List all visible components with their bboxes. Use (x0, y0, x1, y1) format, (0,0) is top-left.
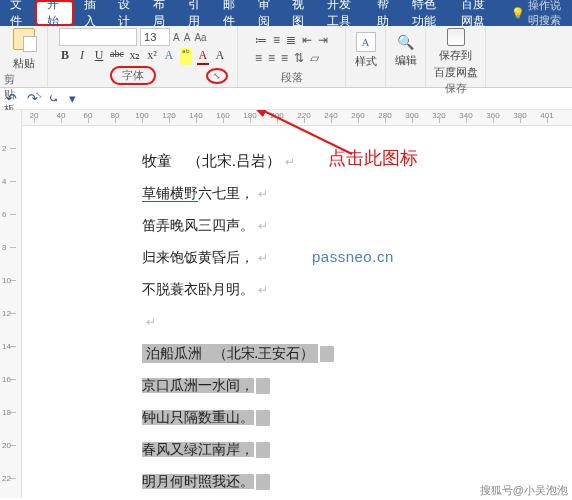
line-spacing-icon[interactable]: ⇅ (294, 51, 304, 65)
tab-mailings[interactable]: 邮件 (213, 0, 248, 26)
qat-more-icon[interactable]: ▾ (69, 91, 76, 106)
document-page[interactable]: 牧童 （北宋.吕岩）↵ 草铺横野六七里，↵ 笛弄晚风三四声。↵ 归来饱饭黄昏后，… (22, 126, 572, 496)
poem2-line1: 京口瓜洲一水间， (142, 372, 572, 400)
group-paragraph: ≔ ≡ ≣ ⇤ ⇥ ≡ ≡ ≡ ⇅ ▱ 段落 (238, 26, 346, 87)
grow-font-icon[interactable]: A (173, 32, 180, 43)
watermark-text: passneo.cn (312, 248, 394, 265)
poem1-line1: 草铺横野六七里，↵ (142, 180, 572, 208)
annotation-callout: 点击此图标 (328, 146, 418, 170)
tab-file[interactable]: 文件 (0, 0, 35, 26)
blank-para: ↵ (142, 308, 572, 336)
paragraph-group-label: 段落 (244, 69, 339, 87)
clear-format-icon[interactable]: Aa (194, 32, 206, 43)
disk-icon (447, 28, 465, 46)
tell-me[interactable]: 💡操作说明搜索 (501, 0, 572, 26)
quick-access-toolbar: ↶ ↷ ⤿ ▾ (0, 88, 572, 110)
char-shading-button[interactable]: A (214, 48, 226, 65)
group-clipboard: 粘贴 剪贴板⤡ (0, 26, 48, 87)
tab-view[interactable]: 视图 (282, 0, 317, 26)
save-group-label: 保存 (432, 80, 479, 98)
subscript-button[interactable]: x₂ (129, 48, 141, 65)
superscript-button[interactable]: x² (146, 48, 158, 65)
highlight-button[interactable]: ᵃᵇ (180, 48, 192, 65)
menubar: 文件 开始 插入 设计 布局 引用 邮件 审阅 视图 开发工具 帮助 特色功能 … (0, 0, 572, 26)
poem2-line2: 钟山只隔数重山。 (142, 404, 572, 432)
italic-button[interactable]: I (76, 48, 88, 65)
font-color-button[interactable]: A (197, 48, 209, 65)
bold-button[interactable]: B (59, 48, 71, 65)
font-launcher-icon[interactable]: ⤡ (206, 68, 228, 84)
text-effects-button[interactable]: A (163, 48, 175, 65)
underline-button[interactable]: U (93, 48, 105, 65)
ribbon: 粘贴 剪贴板⤡ 13 AAAa B I U abc x₂ x² A (0, 26, 572, 88)
indent-dec-icon[interactable]: ⇤ (302, 33, 312, 47)
tab-features[interactable]: 特色功能 (402, 0, 452, 26)
tab-layout[interactable]: 布局 (143, 0, 178, 26)
find-icon[interactable]: 🔍 (397, 33, 415, 51)
paste-label: 粘贴 (13, 56, 35, 71)
tab-help[interactable]: 帮助 (367, 0, 402, 26)
editing-label: 编辑 (395, 53, 417, 68)
align-center-icon[interactable]: ≡ (268, 51, 275, 65)
group-styles: A样式 (346, 26, 386, 87)
numbering-icon[interactable]: ≡ (273, 33, 280, 47)
poem1-line4: 不脱蓑衣卧月明。↵ (142, 276, 572, 304)
tab-home[interactable]: 开始 (35, 0, 74, 26)
font-group-label: 字体 (110, 66, 156, 85)
group-font: 13 AAAa B I U abc x₂ x² A ᵃᵇ A A 字体 (48, 26, 238, 87)
bullets-icon[interactable]: ≔ (255, 33, 267, 47)
tell-me-label: 操作说明搜索 (528, 0, 562, 28)
redo-button[interactable]: ↷ (27, 91, 38, 106)
shading-icon[interactable]: ▱ (310, 51, 319, 65)
tab-references[interactable]: 引用 (178, 0, 213, 26)
align-left-icon[interactable]: ≡ (255, 51, 262, 65)
editor-area: 246810121416182022 204060801001201401601… (0, 110, 572, 498)
font-size-select[interactable]: 13 (140, 28, 170, 46)
tab-insert[interactable]: 插入 (74, 0, 109, 26)
styles-icon[interactable]: A (356, 32, 376, 52)
indent-inc-icon[interactable]: ⇥ (318, 33, 328, 47)
horizontal-ruler: 2040608010012014016018020022024026028030… (22, 110, 572, 126)
vertical-ruler: 246810121416182022 (0, 110, 22, 498)
tab-design[interactable]: 设计 (108, 0, 143, 26)
styles-label: 样式 (355, 54, 377, 69)
poem1-line2: 笛弄晚风三四声。↵ (142, 212, 572, 240)
tab-developer[interactable]: 开发工具 (317, 0, 367, 26)
undo-button[interactable]: ↶ (6, 91, 17, 106)
attribution-text: 搜狐号@小吴泡泡 (480, 483, 568, 498)
poem2-line3: 春风又绿江南岸， (142, 436, 572, 464)
align-right-icon[interactable]: ≡ (281, 51, 288, 65)
bulb-icon: 💡 (511, 7, 525, 20)
shrink-font-icon[interactable]: A (184, 32, 191, 43)
font-name-select[interactable] (59, 28, 137, 46)
strike-button[interactable]: abc (110, 48, 124, 65)
multilevel-icon[interactable]: ≣ (286, 33, 296, 47)
tab-baidu[interactable]: 百度网盘 (451, 0, 501, 26)
save-baidu-button[interactable]: 保存到百度网盘 (434, 28, 478, 80)
tab-review[interactable]: 审阅 (248, 0, 283, 26)
group-save: 保存到百度网盘 保存 (426, 26, 486, 87)
paste-icon[interactable] (13, 28, 35, 50)
poem2-title: 泊船瓜洲 （北宋.王安石） (142, 340, 572, 368)
repeat-button[interactable]: ⤿ (48, 91, 59, 106)
group-editing: 🔍编辑 (386, 26, 426, 87)
